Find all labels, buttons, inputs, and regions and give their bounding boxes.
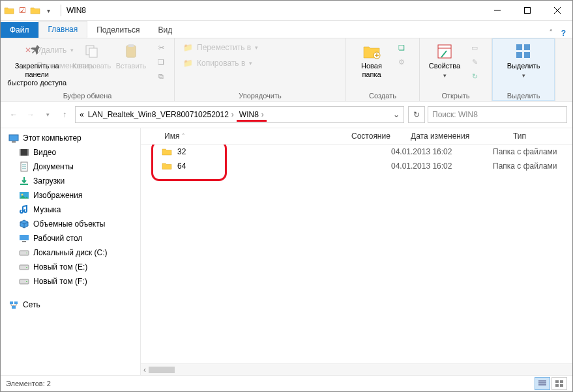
disk-icon [19,247,29,258]
minimize-button[interactable] [482,1,512,20]
sidebar-item[interactable]: Объемные объекты [3,217,140,231]
column-state[interactable]: Состояние [346,128,405,144]
search-input[interactable]: Поиск: WIN8 [428,106,567,123]
recent-dropdown[interactable]: ▾ [40,107,55,122]
easy-access-button[interactable]: ⚙ [394,55,409,68]
address-dropdown-icon[interactable]: ⌄ [390,110,402,119]
qat-dropdown-icon[interactable]: ▾ [42,5,54,16]
nav-arrows: ← → ▾ ↑ [6,107,72,122]
ribbon-collapse-icon[interactable]: ˄ [549,28,553,38]
qat-folder-icon[interactable] [29,5,41,16]
sidebar-item-label: Новый том (F:) [33,277,87,286]
sidebar-item[interactable]: Изображения [3,188,140,203]
sidebar-item[interactable]: Рабочий стол [3,231,140,245]
download-icon [19,176,29,186]
doc-icon [19,161,29,172]
ribbon-group-organize: 📁Переместить в▾ 📁Копировать в▾ ✕Удалить▾… [175,38,346,101]
edit-button[interactable]: ✎ [467,55,482,68]
column-type[interactable]: Тип [508,128,572,144]
group-label: Создать [369,91,396,100]
sidebar-item[interactable]: Новый том (F:) [3,274,140,288]
tab-view[interactable]: Вид [149,22,181,38]
sidebar-this-pc[interactable]: Этот компьютер [3,131,140,145]
svg-rect-31 [555,380,559,383]
sidebar-item[interactable]: Загрузки [3,174,140,188]
sidebar-network[interactable]: Сеть [3,298,140,312]
column-date[interactable]: Дата изменения [405,128,508,144]
qat-checkbox-icon[interactable]: ☑ [16,5,28,16]
sidebar-item[interactable]: Музыка [3,203,140,217]
sidebar-item[interactable]: Локальный диск (C:) [3,245,140,260]
body: Этот компьютер ВидеоДокументыЗагрузкиИзо… [1,128,572,375]
rows-area[interactable]: 3204.01.2013 16:02Папка с файлами6404.01… [141,145,572,363]
window-title: WIN8 [66,6,86,15]
breadcrumb-parent[interactable]: LAN_Realtek_Win8_VER800710252012 › [87,110,235,119]
file-date: 04.01.2013 16:02 [386,161,488,171]
tab-share[interactable]: Поделиться [87,22,149,38]
3d-icon [19,219,29,229]
history-button[interactable]: ↻ [467,70,482,83]
view-mode-buttons [535,377,567,390]
sort-indicator-icon: ˄ [182,133,185,139]
address-prefix: « [77,110,84,119]
navigation-pane[interactable]: Этот компьютер ВидеоДокументыЗагрузкиИзо… [1,128,141,375]
horizontal-scrollbar[interactable]: ‹ [141,363,572,375]
folder-icon [3,5,15,16]
sidebar-item-label: Загрузки [33,176,65,186]
column-name[interactable]: Имя ˄ [141,128,346,144]
search-placeholder: Поиск: WIN8 [432,110,478,119]
svg-rect-33 [555,384,559,387]
video-icon [19,147,29,158]
file-name: 32 [177,147,186,156]
sidebar-item-label: Объемные объекты [33,219,105,229]
music-icon [19,204,29,215]
tab-file[interactable]: Файл [1,22,38,38]
file-date: 04.01.2013 16:02 [386,147,488,156]
separator [61,5,61,16]
forward-button[interactable]: → [23,107,38,122]
network-icon [8,300,19,310]
scroll-left-icon[interactable]: ‹ [143,365,146,374]
details-view-button[interactable] [535,377,550,390]
disk-icon [19,276,29,287]
breadcrumb-current[interactable]: WIN8 › [238,110,265,119]
close-button[interactable] [542,1,572,20]
svg-rect-11 [9,135,18,141]
edit-icon: ✎ [469,57,480,67]
table-row[interactable]: 3204.01.2013 16:02Папка с файлами [141,145,572,159]
image-icon [19,190,29,201]
sidebar-item-label: Документы [33,162,74,171]
address-bar[interactable]: « LAN_Realtek_Win8_VER800710252012 › WIN… [75,106,404,123]
scrollbar-thumb[interactable] [149,367,175,373]
refresh-button[interactable]: ↻ [408,106,425,123]
svg-rect-15 [27,149,29,156]
file-name: 64 [177,161,186,171]
maximize-button[interactable] [512,1,542,20]
table-row[interactable]: 6404.01.2013 16:02Папка с файлами [141,159,572,173]
chevron-right-icon[interactable]: › [261,110,264,119]
sidebar-item-label: Локальный диск (C:) [33,248,108,257]
delete-button[interactable]: ✕Удалить▾ [20,44,574,57]
up-button[interactable]: ↑ [57,107,72,122]
sidebar-item[interactable]: Новый том (E:) [3,260,140,274]
ribbon-tab-strip: Файл Главная Поделиться Вид ˄ ? [1,21,572,38]
folder-icon [162,147,172,157]
tab-home[interactable]: Главная [38,21,88,38]
open-item-button[interactable]: ▭ [467,41,482,54]
file-type: Папка с файлами [488,147,572,156]
help-icon[interactable]: ? [561,29,566,38]
svg-rect-12 [12,141,16,143]
disk-icon [19,262,29,272]
chevron-right-icon[interactable]: › [231,110,234,119]
svg-rect-29 [14,301,18,304]
back-button[interactable]: ← [6,107,22,122]
svg-rect-17 [20,184,28,185]
sidebar-item[interactable]: Документы [3,160,140,174]
sidebar-item[interactable]: Видео [3,145,140,160]
svg-rect-0 [525,8,531,14]
sidebar-item-label: Новый том (E:) [33,262,87,272]
thumbnails-view-button[interactable] [551,377,567,390]
svg-rect-34 [560,384,563,387]
quick-access-toolbar: ☑ ▾ [1,5,57,16]
rename-button[interactable]: ▭Переименовать [20,59,574,72]
